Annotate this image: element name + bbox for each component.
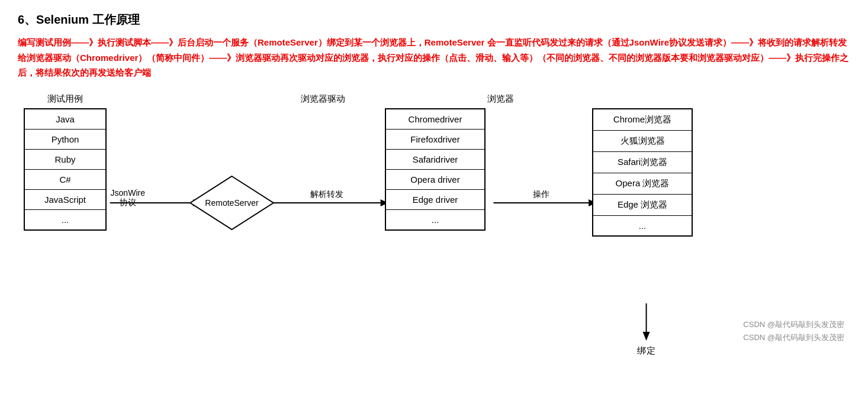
- diagram-main: Java Python Ruby C# JavaScript ... JsonW…: [18, 108, 850, 357]
- description-text: 编写测试用例——》执行测试脚本——》后台启动一个服务（RemoteServer）…: [18, 35, 850, 80]
- drv-safari: Safaridriver: [386, 150, 484, 170]
- watermark-line2: CSDN @敲代码敲到头发茂密: [743, 331, 844, 344]
- svg-marker-13: [643, 332, 650, 341]
- drv-opera: Opera driver: [386, 170, 484, 190]
- watermark-line1: CSDN @敲代码敲到头发茂密: [743, 318, 844, 331]
- drivers-col-label: 浏览器驱动: [266, 93, 379, 105]
- browsers-label: 浏览器: [487, 93, 514, 104]
- diagram-wrapper: 测试用例 浏览器驱动 浏览器 Java Python Ruby C# JavaS…: [18, 93, 850, 357]
- browsers-col-label: 浏览器: [444, 93, 557, 105]
- br-etc: ...: [593, 216, 692, 235]
- browsers-box: Chrome浏览器 火狐浏览器 Safari浏览器 Opera 浏览器 Edge…: [592, 108, 696, 237]
- page-title: 6、Selenium 工作原理: [18, 12, 850, 28]
- drivers-label: 浏览器驱动: [301, 93, 345, 104]
- br-chrome: Chrome浏览器: [593, 109, 692, 131]
- test-cases-col-label: 测试用例: [18, 93, 112, 105]
- br-opera: Opera 浏览器: [593, 173, 692, 195]
- drv-chrome: Chromedriver: [386, 109, 484, 130]
- svg-text:JsonWire: JsonWire: [111, 188, 146, 198]
- svg-text:绑定: 绑定: [637, 345, 655, 355]
- label-row: 测试用例 浏览器驱动 浏览器: [18, 93, 850, 105]
- watermark: CSDN @敲代码敲到头发茂密 CSDN @敲代码敲到头发茂密: [743, 318, 844, 344]
- drv-edge: Edge driver: [386, 190, 484, 210]
- br-safari: Safari浏览器: [593, 152, 692, 173]
- br-edge: Edge 浏览器: [593, 195, 692, 216]
- drivers-box: Chromedriver Firefoxdriver Safaridriver …: [385, 108, 488, 231]
- svg-text:RemoteServer: RemoteServer: [205, 198, 259, 208]
- svg-text:操作: 操作: [533, 189, 549, 199]
- test-cases-label: 测试用例: [47, 93, 83, 104]
- drv-firefox: Firefoxdriver: [386, 130, 484, 150]
- svg-text:解析转发: 解析转发: [310, 189, 343, 199]
- drv-etc: ...: [386, 210, 484, 229]
- br-firefox: 火狐浏览器: [593, 131, 692, 152]
- svg-text:协议: 协议: [120, 198, 136, 207]
